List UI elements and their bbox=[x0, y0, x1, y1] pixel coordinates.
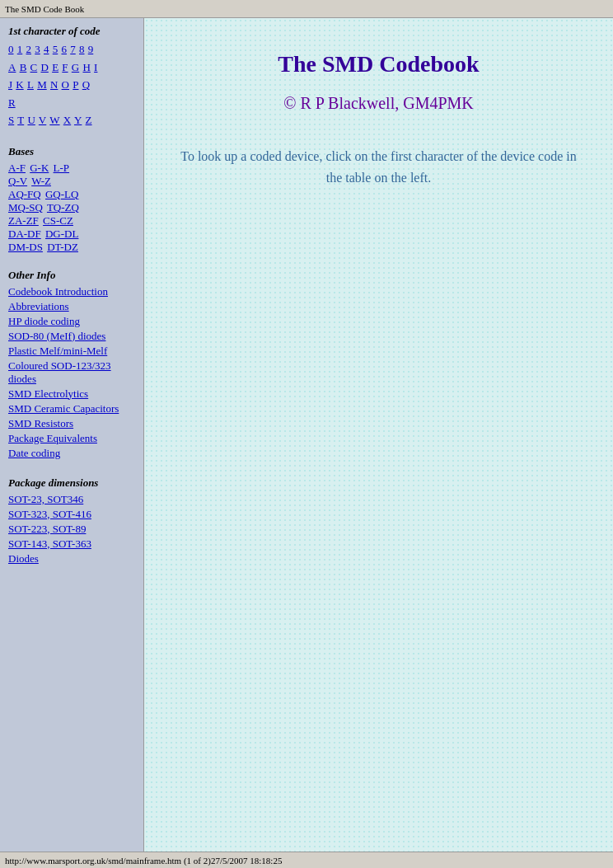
char-link-C[interactable]: C bbox=[30, 61, 38, 73]
char-link-6[interactable]: 6 bbox=[62, 43, 68, 55]
bases-link-gk[interactable]: G-K bbox=[30, 162, 49, 174]
package-link-sot323[interactable]: SOT-323, SOT-416 bbox=[8, 508, 137, 521]
char-link-W[interactable]: W bbox=[49, 114, 59, 126]
char-link-O[interactable]: O bbox=[62, 78, 69, 91]
char-link-G[interactable]: G bbox=[72, 61, 79, 73]
digits-row: 0 1 2 3 4 5 6 7 8 9 bbox=[8, 41, 137, 58]
bases-link-dtdz[interactable]: DT-DZ bbox=[47, 241, 78, 253]
bases-label: Bases bbox=[8, 145, 137, 158]
char-link-Y[interactable]: Y bbox=[74, 114, 82, 126]
char-link-X[interactable]: X bbox=[63, 114, 71, 126]
bases-link-dmds[interactable]: DM-DS bbox=[8, 241, 43, 253]
char-link-7[interactable]: 7 bbox=[70, 43, 76, 55]
letters-row-2: J K L M N O P Q bbox=[8, 77, 137, 93]
char-link-T[interactable]: T bbox=[17, 114, 24, 126]
bases-link-gqlq[interactable]: GQ-LQ bbox=[45, 188, 78, 200]
bases-row-7: DM-DS DT-DZ bbox=[8, 241, 137, 254]
content-instructions: To look up a coded device, click on the … bbox=[177, 146, 580, 188]
other-link-abbreviations[interactable]: Abbreviations bbox=[8, 300, 137, 313]
other-info-label: Other Info bbox=[8, 269, 137, 282]
status-bar: http://www.marsport.org.uk/smd/mainframe… bbox=[0, 852, 613, 868]
content-copyright: © R P Blackwell, GM4PMK bbox=[283, 94, 474, 113]
char-link-8[interactable]: 8 bbox=[79, 43, 85, 55]
other-link-sod80[interactable]: SOD-80 (MeIf) diodes bbox=[8, 330, 137, 343]
other-link-package-equiv[interactable]: Package Equivalents bbox=[8, 432, 137, 445]
char-link-5[interactable]: 5 bbox=[53, 43, 58, 55]
letters-row-1: A B C D E F G H I bbox=[8, 59, 137, 76]
bases-link-lp[interactable]: L-P bbox=[54, 162, 70, 174]
package-link-sot223[interactable]: SOT-223, SOT-89 bbox=[8, 523, 137, 536]
package-link-diodes[interactable]: Diodes bbox=[8, 552, 137, 565]
bases-row-2: Q-V W-Z bbox=[8, 175, 137, 188]
char-link-P[interactable]: P bbox=[73, 78, 78, 91]
char-link-E[interactable]: E bbox=[52, 61, 58, 73]
char-link-N[interactable]: N bbox=[50, 78, 58, 91]
bases-link-aqfq[interactable]: AQ-FQ bbox=[8, 188, 41, 200]
char-link-L[interactable]: L bbox=[27, 78, 34, 91]
title-bar: The SMD Code Book bbox=[0, 0, 613, 18]
char-link-D[interactable]: D bbox=[40, 61, 48, 73]
char-link-V[interactable]: V bbox=[39, 114, 46, 126]
bases-row-6: DA-DF DG-DL bbox=[8, 228, 137, 241]
other-link-hp-diode[interactable]: HP diode coding bbox=[8, 315, 137, 328]
char-link-2[interactable]: 2 bbox=[26, 43, 32, 55]
package-link-sot23[interactable]: SOT-23, SOT346 bbox=[8, 493, 137, 506]
other-link-smd-electro[interactable]: SMD Electrolytics bbox=[8, 387, 137, 401]
bases-link-mqsq[interactable]: MQ-SQ bbox=[8, 201, 43, 213]
char-link-1[interactable]: 1 bbox=[17, 43, 23, 55]
main-container: 1st character of code 0 1 2 3 4 5 6 7 8 … bbox=[0, 18, 613, 852]
letters-row-3: R bbox=[8, 95, 137, 111]
char-link-4[interactable]: 4 bbox=[44, 43, 49, 55]
char-link-K[interactable]: K bbox=[16, 78, 23, 91]
char-link-S[interactable]: S bbox=[8, 114, 14, 126]
other-link-plastic-melf[interactable]: Plastic Melf/mini-Melf bbox=[8, 345, 137, 358]
bases-row-5: ZA-ZF CS-CZ bbox=[8, 214, 137, 228]
letters-row-4: S T U V W X Y Z bbox=[8, 112, 137, 129]
char-link-Q[interactable]: Q bbox=[82, 78, 90, 91]
char-link-9[interactable]: 9 bbox=[88, 43, 94, 55]
first-char-label: 1st character of code bbox=[8, 25, 137, 38]
status-bar-text: http://www.marsport.org.uk/smd/mainframe… bbox=[5, 856, 282, 866]
char-link-M[interactable]: M bbox=[37, 78, 47, 91]
bases-link-wz[interactable]: W-Z bbox=[31, 175, 51, 187]
char-link-R[interactable]: R bbox=[8, 96, 16, 109]
bases-link-zazf[interactable]: ZA-ZF bbox=[8, 214, 39, 227]
bases-row-3: AQ-FQ GQ-LQ bbox=[8, 188, 137, 201]
other-link-smd-resistors[interactable]: SMD Resistors bbox=[8, 417, 137, 430]
char-link-U[interactable]: U bbox=[27, 114, 35, 126]
char-link-H[interactable]: H bbox=[82, 61, 90, 73]
bases-link-qv[interactable]: Q-V bbox=[8, 175, 27, 187]
char-link-B[interactable]: B bbox=[20, 61, 27, 73]
bases-link-cscz[interactable]: CS-CZ bbox=[43, 214, 73, 227]
bases-link-dadf[interactable]: DA-DF bbox=[8, 228, 41, 240]
bases-link-tqzq[interactable]: TQ-ZQ bbox=[47, 201, 79, 213]
char-link-A[interactable]: A bbox=[8, 61, 16, 73]
bases-row-4: MQ-SQ TQ-ZQ bbox=[8, 201, 137, 214]
bases-link-dgdl[interactable]: DG-DL bbox=[45, 228, 78, 240]
other-link-smd-ceramic[interactable]: SMD Ceramic Capacitors bbox=[8, 402, 137, 415]
char-link-J[interactable]: J bbox=[8, 78, 12, 91]
char-link-0[interactable]: 0 bbox=[8, 43, 14, 55]
bases-link-af[interactable]: A-F bbox=[8, 162, 26, 174]
char-link-I[interactable]: I bbox=[94, 61, 97, 73]
char-link-F[interactable]: F bbox=[62, 61, 68, 73]
content-title: The SMD Codebook bbox=[278, 51, 479, 77]
other-link-codebook-intro[interactable]: Codebook Introduction bbox=[8, 285, 137, 298]
bases-row-1: A-F G-K L-P bbox=[8, 162, 137, 175]
content-area: The SMD Codebook © R P Blackwell, GM4PMK… bbox=[144, 18, 613, 852]
package-dim-label: Package dimensions bbox=[8, 476, 137, 490]
other-link-date-coding[interactable]: Date coding bbox=[8, 447, 137, 460]
other-link-coloured-sod[interactable]: Coloured SOD-123/323 diodes bbox=[8, 359, 137, 386]
char-link-3[interactable]: 3 bbox=[35, 43, 40, 55]
package-link-sot143[interactable]: SOT-143, SOT-363 bbox=[8, 537, 137, 551]
title-bar-text: The SMD Code Book bbox=[5, 4, 84, 14]
sidebar: 1st character of code 0 1 2 3 4 5 6 7 8 … bbox=[0, 18, 144, 852]
char-link-Z[interactable]: Z bbox=[86, 114, 92, 126]
